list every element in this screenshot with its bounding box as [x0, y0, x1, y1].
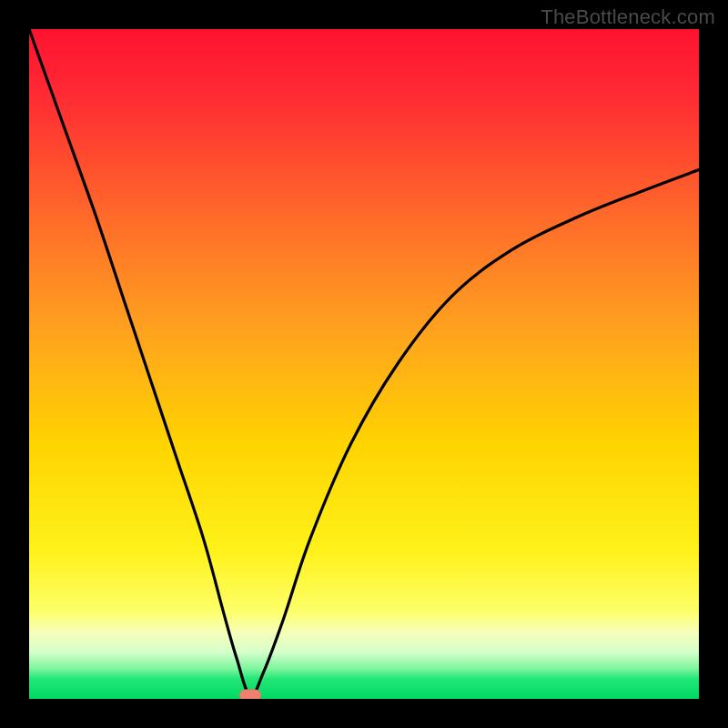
minimum-marker — [239, 689, 261, 699]
chart-svg — [29, 29, 699, 699]
plot-area — [29, 29, 699, 699]
outer-frame: TheBottleneck.com — [0, 0, 728, 728]
watermark-text: TheBottleneck.com — [541, 5, 715, 29]
gradient-background — [29, 29, 699, 699]
